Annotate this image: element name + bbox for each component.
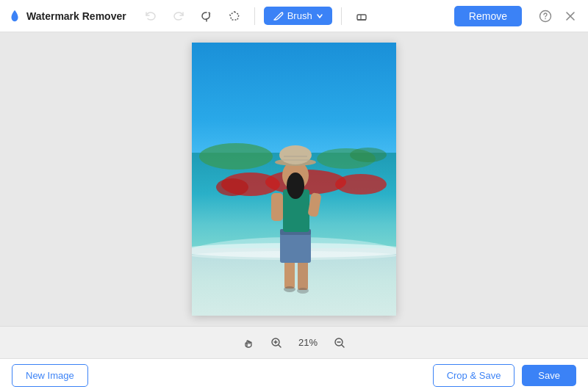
svg-point-34 bbox=[287, 173, 304, 199]
redo-button[interactable] bbox=[168, 5, 190, 27]
image-container bbox=[192, 43, 396, 316]
close-button[interactable] bbox=[560, 6, 581, 26]
beach-scene bbox=[192, 43, 396, 316]
hand-icon bbox=[242, 336, 255, 349]
eraser-button[interactable] bbox=[351, 5, 373, 27]
close-icon bbox=[564, 10, 576, 22]
toolbar: Watermark Remover Brush bbox=[0, 0, 588, 32]
svg-point-7 bbox=[545, 18, 546, 19]
svg-point-25 bbox=[284, 286, 295, 292]
chevron-down-icon bbox=[316, 12, 323, 20]
svg-rect-3 bbox=[357, 15, 366, 20]
toolbar-divider2 bbox=[341, 7, 342, 25]
crop-save-button[interactable]: Crop & Save bbox=[433, 364, 515, 387]
help-button[interactable] bbox=[535, 6, 556, 26]
new-image-label: New Image bbox=[26, 370, 74, 381]
polygon-select-button[interactable] bbox=[223, 5, 245, 27]
logo-area: Watermark Remover bbox=[7, 9, 126, 23]
remove-label: Remove bbox=[469, 10, 507, 22]
svg-point-18 bbox=[350, 148, 387, 162]
svg-point-20 bbox=[216, 178, 248, 196]
hand-tool-button[interactable] bbox=[239, 333, 258, 352]
svg-line-45 bbox=[342, 345, 344, 347]
redo-icon bbox=[172, 10, 185, 23]
svg-rect-23 bbox=[284, 259, 295, 288]
svg-rect-30 bbox=[271, 193, 283, 221]
header-right bbox=[535, 6, 581, 26]
eraser-icon bbox=[355, 10, 368, 23]
svg-point-2 bbox=[282, 12, 283, 14]
help-icon bbox=[539, 10, 552, 23]
svg-point-26 bbox=[297, 288, 309, 294]
remove-button[interactable]: Remove bbox=[454, 6, 522, 26]
lasso-icon bbox=[200, 10, 213, 23]
undo-button[interactable] bbox=[140, 5, 162, 27]
toolbar-divider bbox=[254, 7, 255, 25]
zoom-out-button[interactable] bbox=[330, 333, 349, 352]
svg-rect-27 bbox=[280, 232, 311, 263]
save-label: Save bbox=[538, 370, 560, 381]
svg-point-22 bbox=[335, 174, 387, 195]
svg-point-36 bbox=[279, 145, 312, 164]
zoom-level: 21% bbox=[295, 337, 321, 348]
brush-icon bbox=[273, 10, 284, 21]
zoom-out-icon bbox=[334, 337, 345, 349]
svg-marker-1 bbox=[230, 12, 239, 20]
svg-point-16 bbox=[199, 143, 273, 170]
svg-line-42 bbox=[279, 345, 281, 347]
canvas-area bbox=[0, 32, 588, 326]
app-title: Watermark Remover bbox=[26, 10, 126, 22]
brush-button[interactable]: Brush bbox=[264, 7, 332, 25]
logo-icon bbox=[7, 9, 22, 23]
svg-rect-24 bbox=[298, 259, 308, 290]
footer-right: Crop & Save Save bbox=[433, 364, 576, 387]
brush-label: Brush bbox=[287, 10, 312, 21]
lasso-button[interactable] bbox=[196, 5, 218, 27]
zoom-in-button[interactable] bbox=[267, 333, 286, 352]
crop-save-label: Crop & Save bbox=[447, 370, 501, 381]
new-image-button[interactable]: New Image bbox=[12, 364, 88, 387]
zoom-in-icon bbox=[270, 337, 282, 349]
zoom-bar: 21% bbox=[0, 326, 588, 358]
footer: New Image Crop & Save Save bbox=[0, 358, 588, 392]
polygon-icon bbox=[228, 10, 241, 23]
save-button[interactable]: Save bbox=[522, 365, 576, 386]
undo-icon bbox=[144, 10, 157, 23]
